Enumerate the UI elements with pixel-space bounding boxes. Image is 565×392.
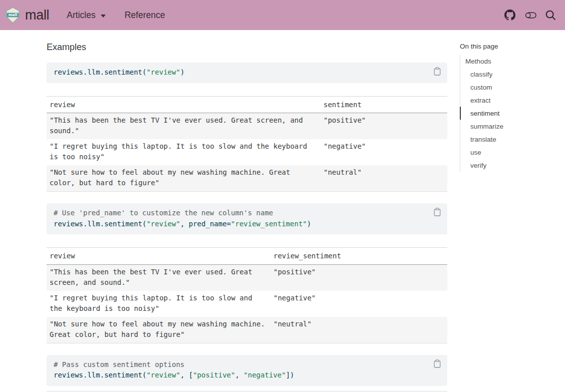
navbar-tools	[504, 10, 556, 21]
toc-link-custom[interactable]: custom	[460, 81, 557, 94]
chevron-down-icon	[101, 15, 106, 18]
toc-item-classify: classify	[460, 68, 557, 81]
cell-review: "This has been the best TV I've ever use…	[47, 113, 321, 139]
column-header: review	[47, 96, 321, 113]
code-string: "review"	[146, 220, 180, 228]
toc-link-use[interactable]: use	[460, 146, 557, 159]
table-row: "Not sure how to feel about my new washi…	[47, 165, 447, 192]
code-string: "review"	[146, 371, 180, 379]
cell-sentiment: "neutral"	[270, 317, 447, 343]
mall-logo-icon: mall	[5, 7, 21, 24]
cell-review: "This has been the best TV I've ever use…	[47, 264, 270, 291]
table-row: "This has been the best TV I've ever use…	[47, 113, 447, 139]
page-body: Examples reviews.llm.sentiment("review")…	[0, 30, 565, 391]
column-header: review_sentiment	[270, 248, 447, 264]
code-string: "review"	[146, 68, 180, 76]
cell-review: "I regret buying this laptop. It is too …	[47, 291, 270, 317]
reader-toggle-icon[interactable]	[524, 11, 536, 20]
page-title: Examples	[47, 42, 447, 53]
code-block-custom-options: # Pass custom sentiment options reviews.…	[47, 355, 447, 386]
navbar-left: mall mall Articles Reference	[5, 7, 169, 24]
code-block-pred-name: # Use 'pred_name' to customize the new c…	[47, 203, 447, 234]
code-comment: # Use 'pred_name' to customize the new c…	[54, 209, 273, 217]
code-call: reviews.llm.sentiment(	[54, 220, 146, 228]
table-row: "I regret buying this laptop. It is too …	[47, 291, 447, 317]
navbar-menu: Articles Reference	[63, 10, 169, 21]
code-string: "positive"	[193, 371, 235, 379]
cell-review: "Not sure how to feel about my new washi…	[47, 165, 321, 192]
table-header-row: review sentiment	[47, 96, 447, 113]
toc-link-summarize[interactable]: summarize	[460, 120, 557, 133]
toc-list: Methods classify custom extract sentimen…	[460, 55, 557, 172]
copy-code-button[interactable]	[434, 359, 441, 368]
cell-review: "Not sure how to feel about my new washi…	[47, 317, 270, 343]
code-text: reviews.llm.sentiment("review")	[54, 67, 440, 78]
toc-link-verify[interactable]: verify	[460, 159, 557, 172]
cell-sentiment: "negative"	[270, 291, 447, 317]
table-row: "Not sure how to feel about my new washi…	[47, 317, 447, 343]
on-this-page-toc: On this page Methods classify custom ext…	[460, 30, 557, 172]
code-string: "negative"	[243, 371, 286, 379]
cell-sentiment: "positive"	[270, 264, 447, 291]
cell-sentiment: "positive"	[321, 113, 447, 139]
toc-link-sentiment[interactable]: sentiment	[460, 107, 557, 120]
toc-item-sentiment: sentiment	[460, 107, 557, 120]
code-arg-sep: , pred_name=	[180, 220, 231, 228]
column-header: review	[47, 248, 270, 264]
brand-title: mall	[25, 8, 49, 23]
search-icon[interactable]	[545, 10, 556, 21]
toc-link-methods[interactable]: Methods	[460, 55, 557, 68]
code-close: ])	[286, 371, 295, 379]
github-icon[interactable]	[504, 10, 515, 21]
nav-item-articles[interactable]: Articles	[63, 10, 109, 21]
next-table-top-border	[47, 391, 447, 391]
toc-item-verify: verify	[460, 159, 557, 172]
brand-link[interactable]: mall mall	[5, 7, 49, 24]
toc-link-classify[interactable]: classify	[460, 68, 557, 81]
copy-code-button[interactable]	[434, 67, 441, 76]
table-row: "This has been the best TV I've ever use…	[47, 264, 447, 291]
copy-code-button[interactable]	[434, 208, 441, 216]
sentiment-result-table: review sentiment "This has been the best…	[47, 96, 447, 192]
review-sentiment-table: review review_sentiment "This has been t…	[47, 247, 447, 343]
column-header: sentiment	[321, 96, 447, 113]
code-arg-sep: , [	[180, 371, 193, 379]
main-content: Examples reviews.llm.sentiment("review")…	[47, 30, 447, 391]
toc-item-custom: custom	[460, 81, 557, 94]
code-block-sentiment-basic: reviews.llm.sentiment("review")	[47, 63, 447, 83]
toc-item-translate: translate	[460, 133, 557, 146]
cell-sentiment: "neutral"	[321, 165, 447, 192]
toc-item-methods: Methods	[460, 55, 557, 68]
code-close: )	[180, 68, 184, 76]
code-call: reviews.llm.sentiment(	[54, 371, 146, 379]
svg-text:mall: mall	[9, 13, 17, 17]
table-row: "I regret buying this laptop. It is too …	[47, 139, 447, 165]
code-text: # Use 'pred_name' to customize the new c…	[54, 208, 440, 229]
toc-item-extract: extract	[460, 94, 557, 107]
table-header-row: review review_sentiment	[47, 248, 447, 264]
cell-sentiment: "negative"	[321, 139, 447, 165]
toc-title: On this page	[460, 43, 557, 50]
nav-item-reference[interactable]: Reference	[121, 10, 169, 21]
code-comment: # Pass custom sentiment options	[54, 360, 184, 368]
nav-item-articles-label: Articles	[67, 10, 95, 21]
code-close: )	[307, 220, 311, 228]
toc-link-extract[interactable]: extract	[460, 94, 557, 107]
code-arg-sep: ,	[235, 371, 243, 379]
code-string: "review_sentiment"	[231, 220, 307, 228]
cell-review: "I regret buying this laptop. It is too …	[47, 139, 321, 165]
code-text: # Pass custom sentiment options reviews.…	[54, 359, 440, 381]
nav-item-reference-label: Reference	[125, 10, 165, 21]
code-call: reviews.llm.sentiment(	[54, 68, 146, 76]
navbar: mall mall Articles Reference	[0, 0, 565, 30]
toc-item-use: use	[460, 146, 557, 159]
toc-item-summarize: summarize	[460, 120, 557, 133]
toc-link-translate[interactable]: translate	[460, 133, 557, 146]
